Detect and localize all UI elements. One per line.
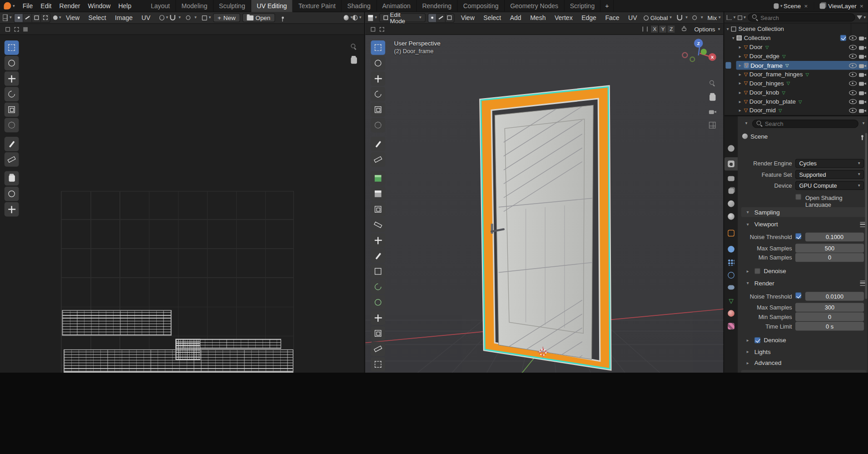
uv-pan-hand-icon[interactable] [348, 55, 359, 66]
uv-new-image-button[interactable]: + New [213, 13, 240, 22]
min-samples-field[interactable]: 0 [795, 253, 864, 262]
workspace-tab-rendering[interactable]: Rendering [417, 0, 457, 12]
outliner-search-input[interactable] [760, 14, 851, 21]
disclosure-icon[interactable]: ▸ [737, 72, 744, 77]
menu-help[interactable]: Help [114, 0, 135, 12]
properties-search[interactable] [752, 120, 858, 128]
collection-checkbox[interactable] [840, 35, 846, 40]
vp-menu-select[interactable]: Select [479, 12, 506, 24]
uv-island-select-button[interactable] [41, 14, 50, 22]
camera-render-icon[interactable] [859, 98, 866, 104]
vp-menu-vertex[interactable]: Vertex [550, 12, 577, 24]
outliner-row-door-frame-hinges[interactable]: ▸ ▽ Door_frame_hinges ▽ [724, 70, 868, 79]
render-engine-dropdown[interactable]: Cycles▾ [795, 159, 864, 168]
outliner-editor-type-dropdown[interactable]: ▾ [727, 13, 735, 22]
outliner-row-door[interactable]: ▸ ▽ Door ▽ [724, 43, 868, 51]
uv-tool-select-box[interactable] [5, 40, 19, 55]
eye-icon[interactable] [849, 63, 856, 68]
door-slab[interactable] [495, 105, 593, 359]
scene-3d[interactable] [365, 35, 724, 373]
subsection-viewport-denoise[interactable]: ▸ Denoise [744, 266, 866, 276]
tool-add-cube[interactable] [371, 171, 385, 186]
disclosure-icon[interactable]: ▸ [737, 63, 744, 68]
workspace-tab-sculpting[interactable]: Sculpting [213, 0, 251, 12]
osl-checkbox[interactable] [795, 194, 801, 200]
snap-dropdown[interactable]: ▾ [685, 15, 688, 20]
proportional-editing-toggle[interactable] [690, 13, 699, 22]
mode-dropdown[interactable]: Edit Mode ▾ [379, 13, 426, 22]
max-samples-field[interactable]: 500 [795, 244, 864, 252]
tool-measure[interactable] [371, 152, 385, 167]
outliner-row-scene-collection[interactable]: ▾ Scene Collection [724, 25, 868, 33]
uv-proportional-falloff-dropdown[interactable]: ▾ [194, 15, 197, 20]
tool-knife[interactable] [371, 249, 385, 263]
min-samples-field[interactable]: 0 [795, 312, 864, 321]
noise-threshold-checkbox[interactable] [795, 233, 801, 239]
camera-render-icon[interactable] [859, 44, 866, 50]
viewlayer-remove-button[interactable]: × [858, 3, 866, 10]
uv-open-image-button[interactable]: Open [242, 13, 275, 22]
uv-tool-settings-icon-2[interactable] [12, 25, 21, 33]
tool-rotate[interactable] [371, 87, 385, 101]
vp-tool-settings-icon-1[interactable] [369, 25, 377, 33]
vp-menu-uv[interactable]: UV [624, 12, 641, 24]
subsection-viewport[interactable]: ▾ Viewport [744, 220, 866, 229]
eye-icon[interactable] [849, 90, 856, 95]
scene-unlink-button[interactable]: × [802, 3, 810, 10]
eye-icon[interactable] [849, 53, 856, 59]
scene-name[interactable]: Scene [784, 3, 801, 10]
gizmo-y-ball[interactable] [701, 49, 707, 55]
uv-tool-annotate[interactable] [5, 137, 19, 151]
device-dropdown[interactable]: GPU Compute▾ [795, 181, 864, 190]
camera-render-icon[interactable] [859, 90, 866, 95]
vp-menu-add[interactable]: Add [506, 12, 526, 24]
uv-island[interactable] [64, 349, 293, 372]
orientation-dropdown[interactable]: Global [650, 15, 668, 21]
tab-object-data[interactable]: ▽ [724, 294, 738, 307]
tool-edge-slide[interactable] [371, 311, 385, 325]
tool-smooth[interactable] [371, 295, 385, 309]
uv-tool-rotate[interactable] [5, 87, 19, 101]
subsection-render[interactable]: ▾ Render [744, 278, 866, 288]
uv-tool-transform[interactable] [5, 118, 19, 133]
camera-render-icon[interactable] [859, 71, 866, 77]
vp-tool-settings-icon-2[interactable] [377, 25, 386, 33]
tool-cursor[interactable] [371, 56, 385, 70]
outliner-row-door-mid[interactable]: ▸ ▽ Door_mid ▽ [724, 106, 868, 115]
menu-edit[interactable]: Edit [37, 0, 55, 12]
snap-lock-icon[interactable] [680, 25, 689, 33]
vp-menu-view[interactable]: View [456, 12, 479, 24]
tab-object[interactable] [724, 226, 738, 239]
tab-physics[interactable] [724, 269, 738, 282]
camera-render-icon[interactable] [859, 62, 866, 68]
disclosure-icon[interactable]: ▸ [737, 54, 744, 59]
tab-world[interactable] [724, 210, 738, 223]
tool-inset-faces[interactable] [371, 202, 385, 217]
uv-tool-settings-icon-1[interactable] [3, 25, 12, 33]
properties-search-input[interactable] [765, 120, 854, 127]
tool-shear[interactable] [371, 342, 385, 356]
uv-canvas[interactable] [0, 35, 365, 373]
uv-display-sphere-dropdown[interactable]: ▾ [344, 13, 352, 22]
viewport-denoise-checkbox[interactable] [754, 268, 760, 274]
outliner-row-door-knob[interactable]: ▸ ▽ Door_knob ▽ [724, 88, 868, 97]
uv-tool-pinch[interactable] [5, 202, 19, 217]
gizmo-x-ball[interactable]: X [709, 53, 716, 61]
menu-window[interactable]: Window [84, 0, 114, 12]
uv-proportional-editing-toggle[interactable] [184, 13, 193, 22]
vp-menu-edge[interactable]: Edge [577, 12, 600, 24]
tool-shrink-flatten[interactable] [371, 326, 385, 341]
outliner-filter-dropdown[interactable]: ▾ [857, 13, 865, 22]
uv-edge-select-button[interactable] [23, 14, 32, 22]
navigation-gizmo[interactable]: Z X [675, 35, 724, 79]
uv-overlays-dropdown[interactable]: ▾ [352, 13, 361, 22]
uv-menu-select[interactable]: Select [84, 12, 110, 24]
vp-menu-face[interactable]: Face [601, 12, 624, 24]
disclosure-icon[interactable]: ▸ [737, 45, 744, 50]
outliner-row-door-edge[interactable]: ▸ ▽ Door_edge ▽ [724, 51, 868, 60]
preset-menu-icon[interactable] [857, 372, 863, 373]
mirror-z-button[interactable]: Z [667, 25, 675, 33]
subsection-advanced[interactable]: ▸ Advanced [744, 358, 866, 368]
pin-icon[interactable] [861, 135, 863, 137]
snap-toggle[interactable] [675, 13, 684, 22]
